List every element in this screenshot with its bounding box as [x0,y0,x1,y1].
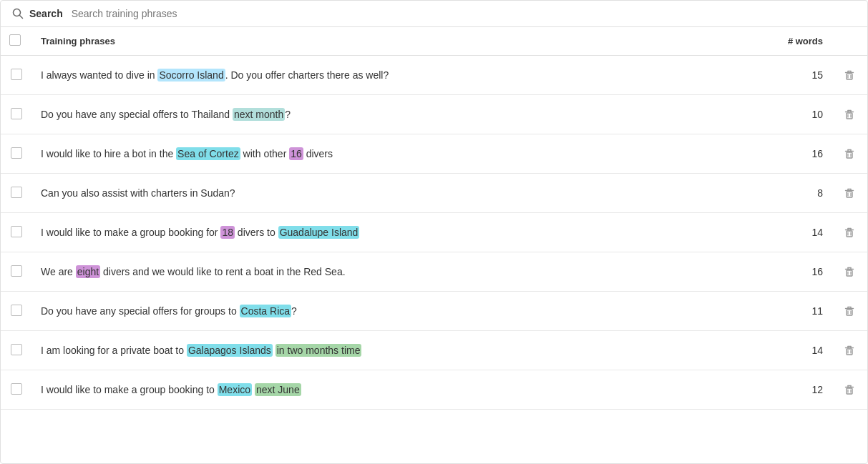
row-checkbox[interactable] [11,305,22,316]
phrase-cell: I would like to make a group booking to … [32,370,760,410]
action-cell [832,252,867,292]
svg-line-1 [20,16,23,19]
action-cell [832,213,867,252]
header-words: # words [760,27,832,56]
phrase-cell: Do you have any special offers to Thaila… [32,95,760,134]
table-row: Do you have any special offers to Thaila… [1,95,867,134]
row-checkbox[interactable] [11,187,22,198]
phrase-cell: I would like to hire a bot in the Sea of… [32,134,760,174]
select-all-checkbox[interactable] [9,34,21,46]
delete-button[interactable] [840,262,859,281]
header-action [832,27,867,56]
svg-rect-37 [847,270,852,276]
highlight-span: Socorro Island [157,69,225,82]
words-count: 14 [760,213,832,252]
table-row: I am looking for a private boat to Galap… [1,331,867,370]
phrase-cell: We are eight divers and we would like to… [32,252,760,292]
phrase-cell: I am looking for a private boat to Galap… [32,331,760,370]
highlight-span: 18 [220,226,235,239]
svg-rect-58 [847,388,852,394]
words-count: 14 [760,331,832,370]
delete-button[interactable] [840,105,859,124]
svg-rect-23 [847,192,852,197]
phrase-cell: Can you also assist with charters in Sud… [32,174,760,213]
action-cell [832,292,867,331]
delete-button[interactable] [840,66,859,84]
phrase-text: I would like to make a group booking to … [41,383,301,396]
delete-button[interactable] [840,302,859,320]
highlight-span: next month [233,108,285,121]
highlight-span: Mexico [218,383,252,396]
delete-button[interactable] [840,144,859,163]
row-checkbox[interactable] [11,383,22,395]
svg-rect-51 [847,349,852,355]
words-count: 8 [760,174,832,213]
words-count: 15 [760,56,832,95]
search-bar: Search [1,1,867,27]
highlight-span: Costa Rica [240,305,291,317]
table-row: I always wanted to dive in Socorro Islan… [1,56,867,95]
phrase-text: Do you have any special offers to Thaila… [41,108,291,121]
phrase-cell: I always wanted to dive in Socorro Islan… [32,56,760,95]
row-checkbox[interactable] [11,69,22,80]
action-cell [832,174,867,213]
highlight-span: in two months time [275,344,362,357]
row-checkbox-cell [1,331,32,370]
action-cell [832,370,867,410]
highlight-span: Galapagos Islands [187,344,273,357]
action-cell [832,95,867,134]
words-count: 16 [760,252,832,292]
phrase-cell: I would like to make a group booking for… [32,213,760,252]
action-cell [832,56,867,95]
highlight-span: next June [255,383,301,396]
row-checkbox-cell [1,95,32,134]
row-checkbox[interactable] [11,147,22,159]
row-checkbox[interactable] [11,108,22,119]
table-row: Do you have any special offers for group… [1,292,867,331]
highlight-span: eight [76,265,100,278]
table-row: I would like to make a group booking to … [1,370,867,410]
row-checkbox-cell [1,292,32,331]
table-row: Can you also assist with charters in Sud… [1,174,867,213]
phrase-text: I always wanted to dive in Socorro Islan… [41,69,389,82]
search-label: Search [29,8,63,19]
table-row: We are eight divers and we would like to… [1,252,867,292]
svg-rect-30 [847,231,852,237]
row-checkbox-cell [1,56,32,95]
row-checkbox-cell [1,370,32,410]
phrase-text: We are eight divers and we would like to… [41,265,346,278]
training-phrases-table: Training phrases # words I always wanted… [1,27,867,410]
phrase-text: Do you have any special offers for group… [41,305,297,317]
search-icon [12,8,24,19]
svg-rect-16 [847,152,852,158]
phrase-cell: Do you have any special offers for group… [32,292,760,331]
words-count: 10 [760,95,832,134]
words-count: 12 [760,370,832,410]
row-checkbox[interactable] [11,344,22,355]
delete-button[interactable] [840,184,859,202]
phrase-text: I would like to hire a bot in the Sea of… [41,147,333,160]
words-count: 11 [760,292,832,331]
search-input[interactable] [72,8,856,19]
highlight-span: Guadalupe Island [278,226,360,239]
table-row: I would like to hire a bot in the Sea of… [1,134,867,174]
row-checkbox[interactable] [11,226,22,237]
row-checkbox-cell [1,213,32,252]
highlight-span: Sea of Cortez [176,147,240,160]
row-checkbox-cell [1,252,32,292]
svg-rect-2 [847,74,852,79]
highlight-span: 16 [289,147,303,160]
row-checkbox[interactable] [11,265,22,277]
phrase-text: I am looking for a private boat to Galap… [41,344,361,357]
main-container: Search Training phrases # words I always… [0,0,868,464]
delete-button[interactable] [840,341,859,360]
action-cell [832,331,867,370]
delete-button[interactable] [840,223,859,242]
delete-button[interactable] [840,380,859,399]
words-count: 16 [760,134,832,174]
row-checkbox-cell [1,134,32,174]
action-cell [832,134,867,174]
header-checkbox-col [1,27,32,56]
phrase-text: Can you also assist with charters in Sud… [41,187,235,199]
svg-rect-9 [847,113,852,119]
